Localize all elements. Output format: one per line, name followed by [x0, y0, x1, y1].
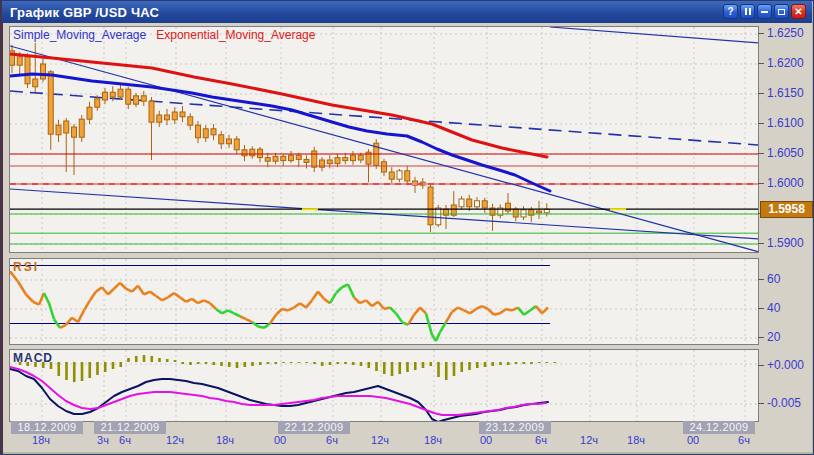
- rsi-line-segment: [378, 302, 384, 309]
- rsi-line-segment: [252, 322, 258, 326]
- rsi-line-segment: [186, 299, 192, 302]
- rsi-line-segment: [348, 284, 354, 297]
- rsi-line-segment: [494, 313, 500, 314]
- candle: [265, 158, 270, 162]
- window-title: График GBP /USD ЧАС: [2, 5, 159, 20]
- rsi-line-segment: [60, 325, 66, 328]
- rsi-line-segment: [384, 308, 390, 309]
- candle: [234, 139, 239, 150]
- candle: [103, 92, 108, 100]
- ema-legend-label: Exponential_Moving_Average: [156, 28, 315, 42]
- candle: [41, 64, 46, 79]
- candle: [397, 171, 402, 179]
- rsi-line-segment: [470, 309, 476, 313]
- minimize-button[interactable]: [757, 4, 772, 19]
- rsi-line-segment: [524, 310, 530, 314]
- time-label: 18ч: [424, 434, 442, 446]
- candle: [405, 171, 410, 181]
- candle: [87, 107, 92, 119]
- time-label: 6ч: [326, 434, 338, 446]
- rsi-line-segment: [192, 299, 198, 303]
- candle: [281, 156, 286, 160]
- time-label: 12ч: [371, 434, 389, 446]
- candle: [172, 112, 177, 120]
- macd-canvas: [10, 350, 758, 421]
- candle: [110, 92, 115, 97]
- candle: [79, 119, 84, 137]
- rsi-line-segment: [270, 315, 276, 324]
- rsi-line-segment: [436, 332, 440, 341]
- date-box: 18.12.2009: [11, 421, 83, 434]
- candle: [141, 96, 146, 101]
- rsi-line-segment: [294, 303, 300, 307]
- candle: [537, 211, 542, 213]
- price-axis: 1.62501.62001.61501.61001.60501.60001.59…: [758, 26, 814, 426]
- time-label: 00: [274, 434, 286, 446]
- rsi-line-segment: [360, 300, 366, 303]
- candle: [134, 96, 139, 104]
- candle: [358, 155, 363, 160]
- price-chart-canvas: [10, 27, 758, 252]
- rsi-line-segment: [49, 303, 54, 319]
- time-label: 12ч: [580, 434, 598, 446]
- candle: [304, 159, 309, 162]
- date-box: 22.12.2009: [278, 421, 350, 434]
- price-chart-panel[interactable]: [9, 26, 759, 253]
- candle: [506, 203, 511, 211]
- price-tick-label: 1.5900: [767, 236, 804, 250]
- rsi-line-segment: [288, 308, 294, 311]
- rsi-line-segment: [354, 297, 360, 303]
- candle: [211, 129, 216, 135]
- candle: [72, 127, 77, 137]
- macd-panel[interactable]: [9, 349, 759, 422]
- price-tick-label: 1.6050: [767, 146, 804, 160]
- candle: [467, 199, 472, 207]
- time-label: 18ч: [216, 434, 234, 446]
- price-tick-label: 1.6150: [767, 86, 804, 100]
- rsi-line-segment: [542, 308, 548, 314]
- candle: [335, 158, 340, 164]
- rsi-line-segment: [162, 297, 168, 300]
- rsi-line-segment: [306, 300, 312, 307]
- pause-button[interactable]: [740, 4, 755, 19]
- candle: [17, 57, 22, 65]
- time-label: 6ч: [119, 434, 131, 446]
- rsi-line-segment: [420, 308, 426, 314]
- axis-tick-mark: [758, 365, 764, 366]
- time-label: 18ч: [627, 434, 645, 446]
- axis-tick-mark: [758, 153, 764, 154]
- candle: [389, 172, 394, 179]
- candle: [188, 117, 193, 125]
- candle: [258, 149, 263, 157]
- rsi-line-segment: [402, 322, 408, 325]
- rsi-line-segment: [246, 319, 252, 322]
- rsi-line-segment: [318, 292, 324, 299]
- rsi-line-segment: [258, 326, 264, 327]
- title-bar[interactable]: График GBP /USD ЧАС ?✕: [2, 1, 812, 23]
- rsi-line-segment: [530, 306, 536, 310]
- rsi-line-segment: [512, 308, 518, 311]
- rsi-panel[interactable]: [9, 258, 759, 345]
- candle: [25, 57, 30, 84]
- axis-tick-mark: [758, 93, 764, 94]
- maximize-button[interactable]: [774, 4, 789, 19]
- close-button[interactable]: ✕: [791, 4, 806, 19]
- sma-legend-label: Simple_Moving_Average: [13, 28, 146, 42]
- help-button[interactable]: ?: [723, 4, 738, 19]
- candle: [157, 115, 162, 122]
- candle: [64, 121, 69, 133]
- time-axis: 18.12.200921.12.200922.12.200923.12.2009…: [1, 421, 814, 449]
- rsi-line-segment: [366, 300, 372, 306]
- time-label: 6ч: [535, 434, 547, 446]
- candle: [482, 201, 487, 208]
- candle: [219, 135, 224, 144]
- rsi-line-segment: [464, 310, 470, 313]
- rsi-label: RSI: [13, 260, 39, 274]
- rsi-line-segment: [336, 287, 342, 293]
- rsi-line-segment: [108, 289, 114, 295]
- ema-line: [10, 54, 547, 157]
- rsi-line-segment: [426, 313, 432, 335]
- time-label: 00: [480, 434, 492, 446]
- rsi-line-segment: [276, 309, 282, 315]
- trend-line: [10, 46, 758, 252]
